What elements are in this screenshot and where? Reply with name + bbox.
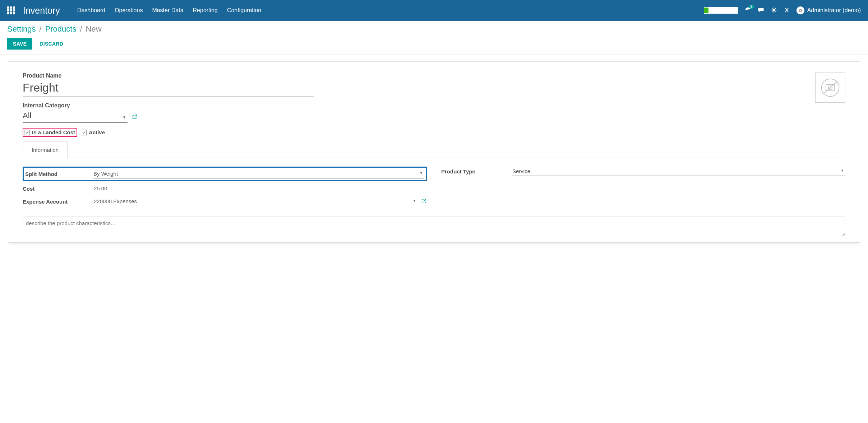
user-name: Administrator (demo)	[807, 7, 861, 14]
menu-dashboard[interactable]: Dashboard	[77, 7, 105, 14]
breadcrumb-sep: /	[40, 24, 42, 34]
discard-button[interactable]: DISCARD	[40, 41, 63, 47]
notification-badge: 2	[749, 5, 754, 9]
menu-configuration[interactable]: Configuration	[227, 7, 261, 14]
tools-icon[interactable]	[784, 7, 790, 14]
active-group: Active	[81, 129, 105, 135]
product-type-row: Product Type ▼	[441, 167, 845, 176]
apps-icon[interactable]	[7, 6, 15, 14]
active-label: Active	[89, 129, 105, 135]
checkbox-row: Is a Landed Cost Active	[23, 128, 314, 137]
cost-label: Cost	[23, 186, 93, 192]
svg-point-0	[772, 9, 775, 11]
menu-reporting[interactable]: Reporting	[193, 7, 218, 14]
action-bar: SAVE DISCARD	[7, 38, 861, 50]
menu-operations[interactable]: Operations	[115, 7, 143, 14]
expense-account-label: Expense Account	[23, 199, 93, 205]
product-name-label: Product Name	[23, 73, 314, 79]
description-textarea[interactable]	[23, 216, 845, 236]
save-button[interactable]: SAVE	[7, 38, 32, 50]
internal-category-select[interactable]	[23, 110, 128, 123]
cost-row: Cost	[23, 184, 427, 193]
product-name-input[interactable]	[23, 80, 314, 97]
refresh-icon[interactable]: 2	[745, 7, 751, 14]
bug-icon[interactable]	[771, 7, 777, 14]
breadcrumb-current: New	[86, 24, 102, 34]
tab-information[interactable]: Information	[23, 141, 68, 158]
cost-input[interactable]	[93, 184, 427, 193]
main-menu: Dashboard Operations Master Data Reporti…	[77, 7, 704, 14]
product-image-placeholder[interactable]	[815, 73, 845, 103]
expense-account-select[interactable]	[93, 197, 417, 206]
tab-content-information: Split Method ▼ Cost Expense Account	[23, 158, 845, 240]
progress-bar[interactable]	[704, 7, 738, 14]
external-link-icon[interactable]	[421, 198, 427, 205]
split-method-select[interactable]	[93, 169, 424, 178]
split-method-row: Split Method ▼	[23, 167, 427, 181]
external-link-icon[interactable]	[132, 114, 138, 121]
svg-point-1	[800, 10, 801, 11]
active-checkbox[interactable]	[81, 130, 87, 135]
landed-cost-group: Is a Landed Cost	[23, 128, 77, 137]
breadcrumb-sep: /	[80, 24, 82, 34]
navbar-right: 2 Administrator (demo)	[704, 6, 861, 14]
navbar: Inventory Dashboard Operations Master Da…	[0, 0, 868, 21]
internal-category-label: Internal Category	[23, 102, 314, 109]
expense-account-row: Expense Account ▼	[23, 197, 427, 206]
breadcrumb: Settings / Products / New	[7, 24, 861, 34]
tabbar: Information	[23, 141, 845, 158]
chat-icon[interactable]	[758, 7, 764, 14]
breadcrumb-settings[interactable]: Settings	[7, 24, 36, 34]
user-menu[interactable]: Administrator (demo)	[797, 6, 861, 14]
landed-cost-checkbox[interactable]	[24, 130, 30, 135]
app-title[interactable]: Inventory	[23, 5, 60, 16]
split-method-label: Split Method	[25, 171, 93, 177]
product-type-label: Product Type	[441, 168, 512, 175]
form-view: Product Name Internal Category ▼	[0, 55, 868, 249]
product-type-select[interactable]	[512, 167, 845, 176]
landed-cost-label: Is a Landed Cost	[32, 129, 75, 135]
menu-master-data[interactable]: Master Data	[152, 7, 183, 14]
control-panel: Settings / Products / New SAVE DISCARD	[0, 21, 868, 55]
form-sheet: Product Name Internal Category ▼	[8, 61, 860, 243]
avatar-icon	[797, 6, 804, 14]
breadcrumb-products[interactable]: Products	[45, 24, 77, 34]
svg-line-5	[823, 82, 837, 94]
